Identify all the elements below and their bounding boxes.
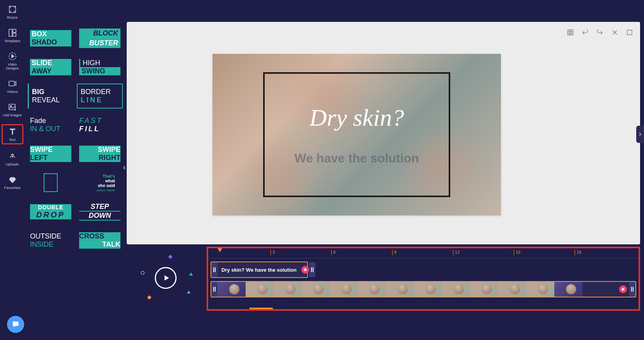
redo-icon[interactable] xyxy=(596,29,603,36)
sidebar-label: Templates xyxy=(4,39,20,43)
templates-icon xyxy=(8,28,17,37)
uploads-icon xyxy=(8,151,17,161)
video-thumb xyxy=(330,282,358,297)
svg-rect-6 xyxy=(9,81,14,86)
text-track[interactable]: Dry skin? We have the solution xyxy=(211,262,308,278)
video-thumb xyxy=(554,282,582,297)
track-delete-button[interactable] xyxy=(619,285,627,293)
text-style-fast-fill[interactable]: FASTFILL xyxy=(77,112,123,137)
svg-rect-10 xyxy=(627,30,632,35)
sidebar-label: Add Images xyxy=(3,113,21,117)
track-label: Dry skin? We have the solution xyxy=(221,267,297,273)
text-style-cross-talk[interactable]: CROSSTALK xyxy=(77,228,123,253)
text-style-fade-in-out[interactable]: FadeIN & OUT xyxy=(28,112,74,137)
canvas-title-text[interactable]: Dry skin? xyxy=(310,104,404,132)
left-sidebar: Resize Templates Video Designs Videos Ad… xyxy=(0,0,25,340)
sidebar-label: Favourites xyxy=(4,186,20,190)
video-thumb xyxy=(414,282,442,297)
timeline-progress xyxy=(249,308,273,309)
sidebar-label: Video Designs xyxy=(2,62,23,70)
svg-point-8 xyxy=(10,106,11,107)
decoration-dot xyxy=(147,295,151,299)
undo-icon[interactable] xyxy=(582,29,589,36)
video-thumb xyxy=(302,282,330,297)
text-style-border-line[interactable]: BORDERLINE xyxy=(77,84,123,109)
video-thumb xyxy=(526,282,554,297)
sidebar-item-resize[interactable]: Resize xyxy=(2,3,23,21)
video-thumb xyxy=(246,282,274,297)
text-frame[interactable]: Dry skin? We have the solution xyxy=(263,72,450,197)
text-style-outside-inside[interactable]: OUTSIDEINSIDE xyxy=(28,228,74,253)
decoration-dot xyxy=(187,290,191,294)
track-handle-right[interactable] xyxy=(629,282,635,297)
text-style-double-drop[interactable]: DOUBLEDROP xyxy=(28,199,74,224)
sidebar-label: Videos xyxy=(7,90,18,94)
playhead-icon[interactable] xyxy=(218,248,222,252)
videos-icon xyxy=(8,79,17,88)
track-handle-left[interactable] xyxy=(211,282,218,297)
track-delete-button[interactable] xyxy=(301,266,309,274)
text-style-high-swing[interactable]: HIGHSWING xyxy=(77,55,123,80)
sidebar-item-text[interactable]: Text xyxy=(2,124,23,144)
track-handle-right[interactable] xyxy=(309,262,315,277)
canvas-area: Dry skin? We have the solution xyxy=(127,22,640,244)
text-style-swipe-left[interactable]: SWIPELEFT xyxy=(28,141,74,166)
fullscreen-icon[interactable] xyxy=(626,29,633,36)
grid-icon[interactable] xyxy=(567,29,574,36)
decoration-dot xyxy=(168,255,172,259)
timeline: 3 6 9 12 15 18 Dry skin? We have the sol… xyxy=(207,247,640,311)
add-images-icon xyxy=(8,102,17,112)
text-style-frame[interactable] xyxy=(28,170,74,195)
track-handle-left[interactable] xyxy=(211,262,218,277)
canvas-subtitle-text[interactable]: We have the solution xyxy=(294,151,419,166)
video-thumbnails xyxy=(218,282,619,297)
video-track[interactable] xyxy=(211,281,636,297)
sidebar-label: Resize xyxy=(7,16,18,20)
text-style-quote[interactable]: That'swhatshe saidAuthor Name xyxy=(77,170,123,195)
video-thumb xyxy=(358,282,386,297)
chevron-right-icon xyxy=(638,132,642,136)
sidebar-label: Text xyxy=(9,138,16,142)
expand-right-handle[interactable] xyxy=(636,126,644,143)
video-thumb xyxy=(442,282,470,297)
text-icon xyxy=(8,127,17,136)
svg-rect-1 xyxy=(9,29,12,36)
text-style-block-buster[interactable]: BLOCKBUSTER xyxy=(77,26,123,51)
text-style-box-shadow[interactable]: BOXSHADO xyxy=(28,26,74,51)
video-preview[interactable]: Dry skin? We have the solution xyxy=(212,54,501,215)
sidebar-item-videos[interactable]: Videos xyxy=(2,77,23,95)
text-styles-panel: BOXSHADO BLOCKBUSTER SLIDEAWAY HIGHSWING… xyxy=(25,22,126,258)
favourites-icon xyxy=(8,175,17,184)
play-button[interactable] xyxy=(155,267,177,289)
decoration-dot xyxy=(141,271,145,275)
canvas-toolbar xyxy=(567,29,633,36)
text-style-swipe-right[interactable]: SWIPERIGHT xyxy=(77,141,123,166)
svg-rect-2 xyxy=(13,29,16,32)
chat-icon xyxy=(11,320,20,329)
sidebar-item-add-images[interactable]: Add Images xyxy=(2,101,23,119)
video-thumb xyxy=(470,282,498,297)
play-controls xyxy=(127,248,205,311)
svg-rect-9 xyxy=(568,30,573,35)
timeline-ruler[interactable]: 3 6 9 12 15 18 xyxy=(208,248,639,258)
video-thumb xyxy=(274,282,302,297)
video-designs-icon xyxy=(8,52,17,61)
svg-marker-5 xyxy=(12,55,14,58)
ruler-tick: 15 xyxy=(514,250,520,255)
ruler-tick: 12 xyxy=(453,250,460,255)
sidebar-item-video-designs[interactable]: Video Designs xyxy=(2,50,23,72)
chat-button[interactable] xyxy=(7,316,24,333)
close-icon[interactable] xyxy=(611,29,618,36)
svg-marker-11 xyxy=(165,275,169,280)
ruler-tick: 18 xyxy=(575,250,581,255)
sidebar-item-favourites[interactable]: Favourites xyxy=(2,173,23,191)
text-style-slide-away[interactable]: SLIDEAWAY xyxy=(28,55,74,80)
text-style-big-reveal[interactable]: BIGREVEAL xyxy=(28,84,74,109)
sidebar-label: Uploads xyxy=(6,162,19,166)
sidebar-item-uploads[interactable]: Uploads xyxy=(2,150,23,168)
ruler-tick: 9 xyxy=(392,250,396,255)
video-thumb xyxy=(386,282,414,297)
text-style-step-down[interactable]: STEPDOWN xyxy=(77,199,123,224)
sidebar-item-templates[interactable]: Templates xyxy=(2,27,23,45)
play-icon xyxy=(163,274,170,282)
